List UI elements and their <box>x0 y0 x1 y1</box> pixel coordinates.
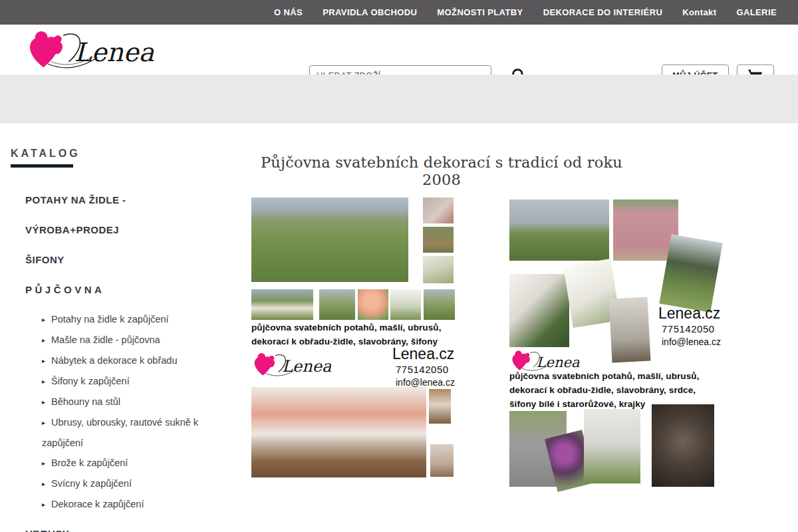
logo-heart-icon: Lenea <box>253 350 338 380</box>
triangle-bullet-icon: ▸ <box>42 398 45 406</box>
photo-small-arch <box>319 289 355 320</box>
photo-lace-sign <box>423 256 454 283</box>
nav-kontakt[interactable]: Kontakt <box>682 7 716 17</box>
triangle-bullet-icon: ▸ <box>42 336 45 344</box>
photo-couple-heart-lights <box>652 404 714 487</box>
logo-wordmark: Lenea <box>282 357 332 376</box>
triangle-bullet-icon: ▸ <box>42 460 45 467</box>
subitem-label: Svícny k zapůjčení <box>51 478 132 489</box>
collage-left-contact: Lenea.cz 775142050 info@lenea.cz <box>392 345 455 389</box>
sidebar-item-potahy-vyroba[interactable]: POTAHY NA ŽIDLE - VÝROBA+PRODEJ <box>0 185 229 245</box>
sidebar-subitem-broze[interactable]: ▸Brože k zapůjčení <box>0 453 229 473</box>
photo-tilted-white-arch <box>659 234 722 313</box>
catalog-title: KATALOG <box>0 148 229 160</box>
sidebar-subitem-nabytek[interactable]: ▸Nábytek a dekorace k obřadu <box>0 350 229 371</box>
nav-o-nas[interactable]: O NÁS <box>274 7 303 17</box>
triangle-bullet-icon: ▸ <box>42 357 45 364</box>
logo-heart-icon: Lenea <box>23 30 169 71</box>
photo-menu-easel <box>429 389 451 424</box>
catalog-title-underline <box>11 164 73 168</box>
subitem-label: Brože k zapůjčení <box>51 458 128 468</box>
triangle-bullet-icon: ▸ <box>42 480 45 487</box>
contact-email: info@lenea.cz <box>658 336 721 348</box>
subitem-label: Šifony k zapůjčení <box>51 376 130 386</box>
photo-peach-bouquet <box>358 289 388 320</box>
catalog-sidebar: KATALOG POTAHY NA ŽIDLE - VÝROBA+PRODEJ … <box>0 148 229 532</box>
subitem-label: Ubrusy, ubrousky, rautové sukně k zapůjč… <box>42 417 198 448</box>
photo-love-sign <box>423 198 454 223</box>
triangle-bullet-icon: ▸ <box>42 378 45 385</box>
sidebar-subitem-potahy-zapujceni[interactable]: ▸Potahy na židle k zapůjčení <box>0 309 229 330</box>
sidebar-subitem-dekorace[interactable]: ▸Dekorace k zapůjčení <box>0 494 229 515</box>
sidebar-subitem-ubrusy-ubrousky[interactable]: ▸Ubrusy, ubrousky, rautové sukně k zapůj… <box>0 412 229 453</box>
collage-right-caption-2: dekorací k obřadu-židle, slavobrány, srd… <box>509 384 696 397</box>
top-nav: O NÁS PRAVIDLA OBCHODU MOŽNOSTI PLATBY D… <box>0 0 798 25</box>
photo-white-folding-chairs <box>584 409 640 483</box>
photo-white-drape-arch <box>509 200 609 261</box>
sidebar-item-ubrusy[interactable]: UBRUSY <box>0 519 229 532</box>
triangle-bullet-icon: ▸ <box>42 419 45 426</box>
photo-table-centerpiece <box>430 444 454 477</box>
pujcovna-sublist: ▸Potahy na židle k zapůjčení ▸Mašle na ž… <box>0 309 229 515</box>
sidebar-item-sifony[interactable]: ŠIFONY <box>0 245 229 275</box>
triangle-bullet-icon: ▸ <box>42 316 45 323</box>
collage-left: půjčovna svatebních potahů, mašlí, ubrus… <box>251 198 455 478</box>
nav-dekorace-do-interieru[interactable]: DEKORACE DO INTERIÉRU <box>543 7 663 17</box>
subitem-label: Potahy na židle k zapůjčení <box>51 314 169 325</box>
subitem-label: Mašle na židle - půjčovna <box>51 334 160 345</box>
collage-left-caption-1: půjčovna svatebních potahů, mašlí, ubrus… <box>251 321 442 334</box>
collage-right-caption-1: půjčovna svatebních potahů, mašlí, ubrus… <box>509 370 700 383</box>
subitem-label: Nábytek a dekorace k obřadu <box>51 355 177 366</box>
logo-wordmark: Lenea <box>537 354 580 370</box>
photo-banquet-hall <box>251 387 426 477</box>
sidebar-subitem-sifony-zapujceni[interactable]: ▸Šifony k zapůjčení <box>0 371 229 392</box>
sidebar-item-pujcovna[interactable]: PŮJČOVNA <box>0 275 229 305</box>
sidebar-subitem-masle[interactable]: ▸Mašle na židle - půjčovna <box>0 330 229 350</box>
contact-phone: 775142050 <box>658 322 721 336</box>
nav-moznosti-platby[interactable]: MOŽNOSTI PLATBY <box>437 7 523 17</box>
photo-lace-chair-cover <box>609 297 651 363</box>
contact-site: Lenea.cz <box>392 345 455 362</box>
brand-logo[interactable]: Lenea <box>23 30 169 71</box>
logo-wordmark: Lenea <box>74 37 155 67</box>
photo-arch-table <box>424 289 455 320</box>
photo-wooden-signs <box>423 227 454 253</box>
subitem-label: Dekorace k zapůjčení <box>51 499 144 509</box>
header-band <box>0 74 798 123</box>
contact-site: Lenea.cz <box>658 305 721 322</box>
catalog-list: POTAHY NA ŽIDLE - VÝROBA+PRODEJ ŠIFONY P… <box>0 185 229 532</box>
photo-lace-stairs <box>509 274 569 347</box>
header: Lenea MŮJ ÚČET <box>0 25 798 74</box>
photo-picnic-decor <box>251 289 313 320</box>
page-title: Půjčovna svatebních dekorací s tradicí o… <box>251 154 632 188</box>
sidebar-subitem-behouny[interactable]: ▸Běhouny na stůl <box>0 392 229 412</box>
nav-pravidla-obchodu[interactable]: PRAVIDLA OBCHODU <box>323 7 417 17</box>
contact-phone: 775142050 <box>392 362 455 376</box>
photo-outdoor-ceremony-aisle <box>251 198 408 282</box>
collage-right: Lenea.cz 775142050 info@lenea.cz Lenea p… <box>509 200 722 488</box>
collage-left-logo: Lenea <box>253 350 338 380</box>
collage-right-contact: Lenea.cz 775142050 info@lenea.cz <box>658 305 721 348</box>
sidebar-subitem-svicny[interactable]: ▸Svícny k zapůjčení <box>0 473 229 494</box>
subitem-label: Běhouny na stůl <box>51 396 120 407</box>
triangle-bullet-icon: ▸ <box>42 501 45 508</box>
photo-greenery-decor <box>390 289 421 320</box>
nav-galerie[interactable]: GALERIE <box>736 7 777 17</box>
